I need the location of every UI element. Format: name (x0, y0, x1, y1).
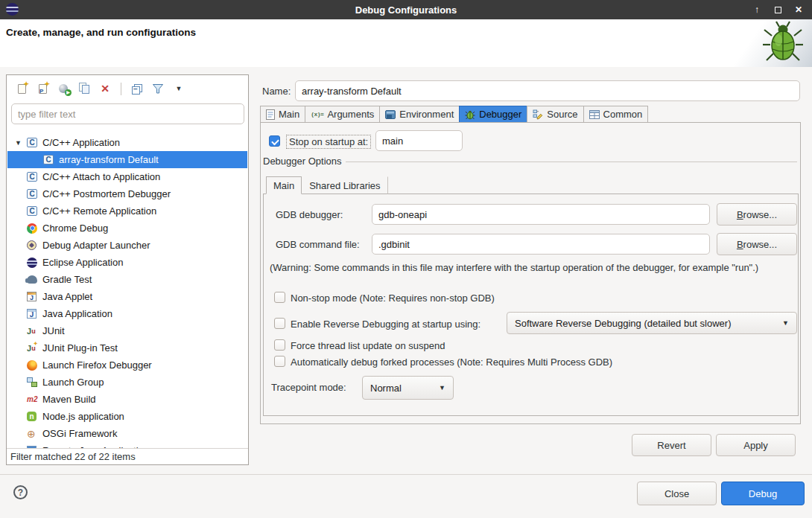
help-button[interactable]: ? (13, 485, 28, 499)
debugger-tab-icon (465, 109, 475, 120)
window-title: Debug Configurations (0, 4, 812, 16)
tab-label: Source (547, 109, 577, 120)
tree-item-array-transform-default[interactable]: Carray-transform Default (7, 151, 247, 168)
filter-input[interactable] (11, 103, 244, 124)
tree-item-label: Java Applet (42, 291, 92, 302)
tree-item-label: Debug Adapter Launcher (42, 240, 150, 251)
tree-item-launch-group[interactable]: Launch Group (7, 374, 247, 391)
tree-item-label: JUnit Plug-in Test (42, 342, 118, 354)
tree-item-label: Chrome Debug (42, 223, 108, 234)
c-app-icon: C (27, 189, 42, 199)
force-thread-list-checkbox[interactable] (274, 339, 285, 351)
tab-debugger[interactable]: Debugger (459, 106, 527, 123)
junit-plugin-icon: Ju (27, 344, 42, 353)
gdb-command-file-input[interactable] (372, 234, 710, 255)
tab-common[interactable]: Common (583, 106, 649, 123)
tree-item-java-applet[interactable]: JJava Applet (7, 288, 247, 305)
chevron-down-icon: ▼ (428, 384, 445, 391)
c-app-icon: C (27, 138, 42, 147)
close-button[interactable]: Close (637, 482, 717, 505)
tab-environment[interactable]: Environment (379, 106, 460, 123)
close-button[interactable]: ✕ (793, 4, 805, 16)
tree-item-label: C/C++ Attach to Application (42, 171, 160, 182)
new-launch-configuration-button[interactable]: ✦ (13, 80, 31, 97)
stop-on-startup-label: Stop on startup at: (286, 135, 371, 149)
node-icon: n (27, 412, 42, 421)
tree-item-java-application[interactable]: JJava Application (7, 305, 247, 322)
revert-button[interactable]: Revert (632, 434, 711, 456)
apply-button[interactable]: Apply (716, 434, 796, 456)
main-tab-icon (266, 109, 275, 120)
tree-item-label: C/C++ Application (42, 137, 120, 148)
tree-item-chrome-debug[interactable]: Chrome Debug (7, 220, 247, 237)
tree-item-maven-build[interactable]: m2Maven Build (7, 391, 247, 408)
debug-button[interactable]: Debug (721, 482, 805, 505)
tree-item-junit[interactable]: JuJUnit (7, 322, 247, 339)
chrome-icon (27, 223, 42, 234)
debug-forked-processes-checkbox[interactable] (274, 356, 285, 367)
non-stop-mode-checkbox[interactable] (274, 292, 285, 303)
tracepoint-mode-combo[interactable]: Normal ▼ (362, 376, 454, 400)
gdb-command-file-browse-button[interactable]: Browse... (717, 233, 797, 255)
maven-icon: m2 (27, 395, 42, 403)
legend-rule (346, 162, 797, 162)
reverse-debugging-value: Software Reverse Debugging (detailed but… (515, 318, 732, 329)
maximize-button[interactable] (772, 4, 784, 16)
stop-on-startup-input[interactable] (375, 130, 463, 151)
java-applet-icon: J (27, 292, 42, 301)
tree-item-c-c-application[interactable]: ▼CC/C++ Application (7, 134, 247, 151)
debugger-options-subtabs: MainShared Libraries (266, 176, 388, 194)
tree-item-node-js-application[interactable]: nNode.js application (7, 408, 247, 425)
c-app-icon: C (27, 206, 42, 216)
expander-icon[interactable]: ▼ (12, 139, 27, 147)
filter-box (11, 103, 244, 124)
junit-icon: Ju (27, 327, 42, 336)
page-title: Create, manage, and run configurations (6, 27, 196, 38)
eclipse-icon (27, 258, 42, 268)
subtab-shared-libraries[interactable]: Shared Libraries (302, 176, 387, 194)
name-input[interactable] (295, 80, 800, 101)
force-thread-list-label: Force thread list update on suspend (291, 340, 445, 351)
tree-item-launch-firefox-debugger[interactable]: Launch Firefox Debugger (7, 356, 247, 374)
tree-item-c-c-attach-to-application[interactable]: CC/C++ Attach to Application (7, 168, 247, 185)
new-launch-configuration-prototype-button[interactable]: P✦ (34, 80, 51, 97)
tree-item-label: Gradle Test (42, 274, 92, 285)
filter-launch-configurations-button[interactable] (149, 80, 167, 97)
tree-item-osgi-framework[interactable]: ⊕OSGi Framework (7, 425, 247, 442)
minimize-button[interactable]: ↑ (751, 4, 763, 16)
tree-item-debug-adapter-launcher[interactable]: Debug Adapter Launcher (7, 237, 247, 254)
tracepoint-mode-value: Normal (370, 383, 402, 394)
view-menu-button[interactable]: ▼ (170, 80, 188, 97)
tracepoint-mode-label: Tracepoint mode: (271, 382, 346, 393)
debugger-options-group: GDB debugger: Browse... GDB command file… (263, 194, 799, 416)
gdb-debugger-browse-button[interactable]: Browse... (717, 203, 797, 226)
debugger-options-title: Debugger Options (263, 156, 342, 167)
tab-arguments[interactable]: (x)=Arguments (305, 106, 380, 123)
tab-label: Common (603, 109, 643, 120)
duplicate-launch-configuration-button[interactable] (75, 80, 93, 97)
collapse-all-button[interactable] (128, 80, 146, 97)
subtab-main[interactable]: Main (266, 176, 302, 194)
configuration-tabs: Main(x)=ArgumentsEnvironmentDebuggerSour… (260, 106, 648, 123)
tree-item-gradle-test[interactable]: Gradle Test (7, 271, 247, 288)
tab-source[interactable]: Source (527, 106, 583, 123)
export-launch-configuration-button[interactable]: ▶ (54, 80, 72, 97)
window-controls: ↑✕ (751, 0, 805, 19)
reverse-debugging-label: Enable Reverse Debugging at startup usin… (291, 319, 480, 330)
tree-item-c-c-postmortem-debugger[interactable]: CC/C++ Postmortem Debugger (7, 185, 247, 202)
tab-label: Arguments (327, 109, 374, 120)
stop-on-startup-checkbox[interactable] (269, 135, 280, 147)
delete-launch-configuration-button[interactable]: ✕ (96, 80, 114, 97)
tab-main[interactable]: Main (260, 106, 305, 123)
dialog-header: Create, manage, and run configurations (0, 19, 812, 67)
tree-item-label: Launch Group (42, 377, 104, 388)
tree-item-label: Java Application (42, 308, 112, 319)
reverse-debugging-combo[interactable]: Software Reverse Debugging (detailed but… (507, 312, 797, 334)
name-label: Name: (262, 86, 291, 97)
tree-item-junit-plug-in-test[interactable]: JuJUnit Plug-in Test (7, 339, 247, 356)
non-stop-mode-label: Non-stop mode (Note: Requires non-stop G… (291, 292, 495, 304)
reverse-debugging-checkbox[interactable] (274, 318, 285, 329)
gdb-debugger-input[interactable] (372, 204, 710, 225)
tree-item-eclipse-application[interactable]: Eclipse Application (7, 254, 247, 271)
tree-item-c-c-remote-application[interactable]: CC/C++ Remote Application (7, 202, 247, 220)
